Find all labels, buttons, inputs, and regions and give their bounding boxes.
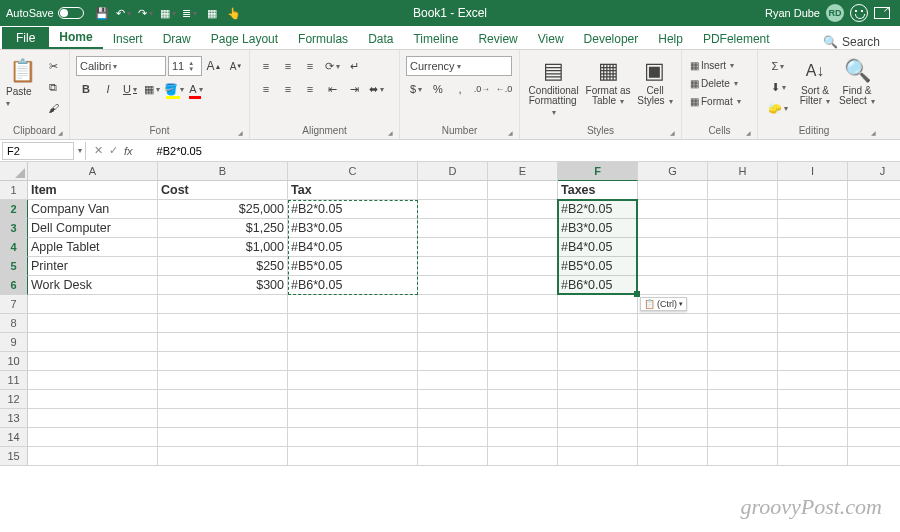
font-size-combo[interactable]: 11▲▼	[168, 56, 202, 76]
cell-E12[interactable]	[488, 390, 558, 409]
cell-H1[interactable]	[708, 181, 778, 200]
formula-input[interactable]: #B2*0.05	[153, 145, 900, 157]
cell-G4[interactable]	[638, 238, 708, 257]
paste-options-button[interactable]: 📋 (Ctrl) ▾	[640, 297, 687, 311]
row-header-12[interactable]: 12	[0, 390, 28, 409]
cell-D13[interactable]	[418, 409, 488, 428]
autosum-icon[interactable]: Σ	[764, 56, 792, 76]
cell-C5[interactable]: #B5*0.05	[288, 257, 418, 276]
cell-H9[interactable]	[708, 333, 778, 352]
cell-H10[interactable]	[708, 352, 778, 371]
cell-G3[interactable]	[638, 219, 708, 238]
tab-timeline[interactable]: Timeline	[403, 28, 468, 49]
cell-J8[interactable]	[848, 314, 900, 333]
percent-format-icon[interactable]: %	[428, 79, 448, 99]
cell-B3[interactable]: $1,250	[158, 219, 288, 238]
col-header-F[interactable]: F	[558, 162, 638, 181]
row-header-9[interactable]: 9	[0, 333, 28, 352]
align-right-icon[interactable]: ≡	[300, 79, 320, 99]
increase-font-icon[interactable]: A▲	[204, 56, 224, 76]
cell-E13[interactable]	[488, 409, 558, 428]
cell-A5[interactable]: Printer	[28, 257, 158, 276]
cell-G5[interactable]	[638, 257, 708, 276]
cell-I4[interactable]	[778, 238, 848, 257]
cell-D5[interactable]	[418, 257, 488, 276]
cell-J4[interactable]	[848, 238, 900, 257]
window-mode-icon[interactable]	[874, 7, 890, 19]
cell-F6[interactable]: #B6*0.05	[558, 276, 638, 295]
cell-H3[interactable]	[708, 219, 778, 238]
bold-button[interactable]: B	[76, 79, 96, 99]
cell-E5[interactable]	[488, 257, 558, 276]
tab-data[interactable]: Data	[358, 28, 403, 49]
cell-C4[interactable]: #B4*0.05	[288, 238, 418, 257]
cell-J15[interactable]	[848, 447, 900, 466]
cell-F15[interactable]	[558, 447, 638, 466]
cell-E4[interactable]	[488, 238, 558, 257]
cell-A6[interactable]: Work Desk	[28, 276, 158, 295]
cell-H8[interactable]	[708, 314, 778, 333]
cell-F7[interactable]	[558, 295, 638, 314]
row-header-13[interactable]: 13	[0, 409, 28, 428]
row-header-4[interactable]: 4	[0, 238, 28, 257]
tab-file[interactable]: File	[2, 27, 49, 49]
touch-icon[interactable]: 👆	[224, 4, 244, 22]
align-center-icon[interactable]: ≡	[278, 79, 298, 99]
align-middle-icon[interactable]: ≡	[278, 56, 298, 76]
col-header-D[interactable]: D	[418, 162, 488, 181]
underline-button[interactable]: U	[120, 79, 140, 99]
cell-I1[interactable]	[778, 181, 848, 200]
cell-E8[interactable]	[488, 314, 558, 333]
cell-F3[interactable]: #B3*0.05	[558, 219, 638, 238]
cell-I10[interactable]	[778, 352, 848, 371]
row-header-11[interactable]: 11	[0, 371, 28, 390]
row-header-10[interactable]: 10	[0, 352, 28, 371]
cell-C2[interactable]: #B2*0.05	[288, 200, 418, 219]
dec-indent-icon[interactable]: ⇤	[322, 79, 342, 99]
align-bottom-icon[interactable]: ≡	[300, 56, 320, 76]
pivot-icon[interactable]: ▦	[158, 4, 178, 22]
cell-J1[interactable]	[848, 181, 900, 200]
cell-E14[interactable]	[488, 428, 558, 447]
tab-pdfelement[interactable]: PDFelement	[693, 28, 780, 49]
cell-F8[interactable]	[558, 314, 638, 333]
increase-decimal-icon[interactable]: .0→	[472, 79, 492, 99]
cell-E7[interactable]	[488, 295, 558, 314]
cell-C9[interactable]	[288, 333, 418, 352]
cell-D9[interactable]	[418, 333, 488, 352]
cancel-formula-icon[interactable]: ✕	[94, 144, 103, 157]
borders-icon[interactable]: ▦	[202, 4, 222, 22]
inc-indent-icon[interactable]: ⇥	[344, 79, 364, 99]
cell-D14[interactable]	[418, 428, 488, 447]
cell-B6[interactable]: $300	[158, 276, 288, 295]
cell-J12[interactable]	[848, 390, 900, 409]
cell-C15[interactable]	[288, 447, 418, 466]
cell-D11[interactable]	[418, 371, 488, 390]
cell-B7[interactable]	[158, 295, 288, 314]
cell-I12[interactable]	[778, 390, 848, 409]
row-header-5[interactable]: 5	[0, 257, 28, 276]
cell-E6[interactable]	[488, 276, 558, 295]
cell-A7[interactable]	[28, 295, 158, 314]
col-header-G[interactable]: G	[638, 162, 708, 181]
merge-center-icon[interactable]: ⬌	[366, 79, 386, 99]
cell-H12[interactable]	[708, 390, 778, 409]
cell-F2[interactable]: #B2*0.05	[558, 200, 638, 219]
cell-E10[interactable]	[488, 352, 558, 371]
tab-formulas[interactable]: Formulas	[288, 28, 358, 49]
cell-H4[interactable]	[708, 238, 778, 257]
cell-I8[interactable]	[778, 314, 848, 333]
decrease-font-icon[interactable]: A▼	[226, 56, 246, 76]
row-header-3[interactable]: 3	[0, 219, 28, 238]
row-header-1[interactable]: 1	[0, 181, 28, 200]
cell-H14[interactable]	[708, 428, 778, 447]
cell-D1[interactable]	[418, 181, 488, 200]
cell-B8[interactable]	[158, 314, 288, 333]
col-header-H[interactable]: H	[708, 162, 778, 181]
find-select-button[interactable]: 🔍Find & Select	[838, 56, 876, 107]
name-box[interactable]: F2	[2, 142, 74, 160]
decrease-decimal-icon[interactable]: ←.0	[494, 79, 514, 99]
cell-J7[interactable]	[848, 295, 900, 314]
cell-D7[interactable]	[418, 295, 488, 314]
cell-E3[interactable]	[488, 219, 558, 238]
